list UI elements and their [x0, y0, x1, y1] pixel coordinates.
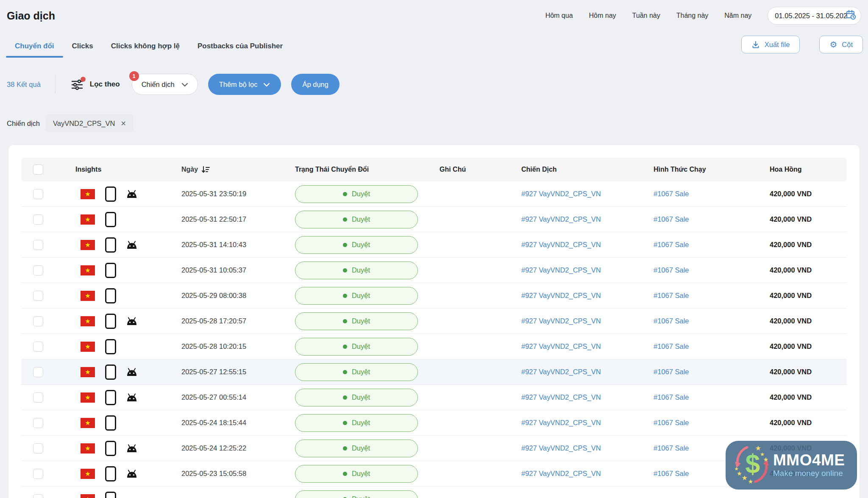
campaign-link[interactable]: #927 VayVND2_CPS_VN — [521, 444, 601, 452]
status-badge: Duyệt — [295, 363, 418, 381]
export-file-label: Xuất file — [765, 41, 790, 49]
run-type-link[interactable]: #1067 Sale — [654, 368, 689, 376]
table-row: ★ 2025-05-27 00:55:14 Duyệt #927 VayVND2… — [21, 385, 847, 410]
table-row: ★ 2025-05-29 08:00:38 Duyệt #927 VayVND2… — [21, 283, 847, 309]
run-type-link[interactable]: #1067 Sale — [654, 444, 689, 452]
chevron-down-icon — [263, 81, 270, 89]
row-date: 2025-05-24 18:15:44 — [170, 419, 292, 427]
campaign-link[interactable]: #927 VayVND2_CPS_VN — [521, 190, 601, 198]
row-checkbox[interactable] — [33, 494, 43, 498]
divider — [55, 75, 56, 93]
select-all-checkbox[interactable] — [33, 164, 43, 175]
chip-remove-icon[interactable]: ✕ — [120, 120, 126, 128]
add-filter-button[interactable]: Thêm bộ lọc — [208, 74, 281, 95]
status-dot-icon — [343, 243, 347, 247]
android-icon — [125, 469, 138, 479]
run-type-link[interactable]: #1067 Sale — [654, 317, 689, 325]
campaign-link[interactable]: #927 VayVND2_CPS_VN — [521, 470, 601, 477]
svg-text:★: ★ — [734, 466, 738, 471]
campaign-link[interactable]: #927 VayVND2_CPS_VN — [521, 241, 601, 248]
page-title: Giao dịch — [7, 10, 55, 22]
filter-active-dot — [81, 77, 86, 82]
export-file-button[interactable]: Xuất file — [741, 36, 800, 53]
mobile-device-icon — [105, 466, 116, 481]
campaign-link[interactable]: #927 VayVND2_CPS_VN — [521, 393, 601, 401]
tab-invalid-clicks[interactable]: Clicks không hợp lệ — [102, 39, 189, 58]
campaign-link[interactable]: #927 VayVND2_CPS_VN — [521, 266, 601, 274]
run-type-link[interactable]: #1067 Sale — [654, 215, 689, 223]
android-icon — [125, 367, 138, 377]
row-checkbox[interactable] — [33, 342, 43, 352]
run-type-link[interactable]: #1067 Sale — [654, 342, 689, 350]
quick-filter-this-month[interactable]: Tháng này — [676, 12, 709, 19]
run-type-link[interactable]: #1067 Sale — [654, 241, 689, 248]
campaign-link[interactable]: #927 VayVND2_CPS_VN — [521, 317, 601, 325]
filter-bar: 38 Kết quả Lọc theo 1 Chiến dịch Thêm bộ… — [0, 74, 868, 95]
status-badge: Duyệt — [295, 211, 418, 228]
row-checkbox[interactable] — [33, 367, 43, 377]
dollar-stars-logo-icon: $ ★ ★ ★ ★ ★ ★ ★ — [732, 442, 772, 488]
mobile-device-icon — [105, 314, 116, 329]
vietnam-flag-icon: ★ — [81, 316, 95, 326]
columns-label: Cột — [842, 41, 853, 49]
apply-button[interactable]: Áp dụng — [291, 74, 339, 95]
header-insights: Insights — [51, 166, 170, 173]
mobile-device-icon — [105, 390, 116, 405]
row-checkbox[interactable] — [33, 469, 43, 479]
table-actions: Xuất file ⚙ Cột — [741, 36, 863, 58]
row-checkbox[interactable] — [33, 240, 43, 250]
sort-descending-icon[interactable] — [201, 166, 210, 173]
status-badge: Duyệt — [295, 287, 418, 305]
mobile-device-icon — [105, 441, 116, 456]
commission-value: 420,000 VND — [742, 241, 847, 249]
quick-filter-this-week[interactable]: Tuần này — [632, 12, 660, 19]
run-type-link[interactable]: #1067 Sale — [654, 266, 689, 274]
row-checkbox[interactable] — [33, 214, 43, 225]
row-date: 2025-05-31 22:50:17 — [170, 215, 292, 223]
campaign-link[interactable]: #927 VayVND2_CPS_VN — [521, 368, 601, 376]
row-checkbox[interactable] — [33, 265, 43, 275]
status-badge: Duyệt — [295, 312, 418, 330]
tab-conversions[interactable]: Chuyển đổi — [6, 39, 63, 58]
vietnam-flag-icon: ★ — [81, 189, 95, 199]
commission-value: 420,000 VND — [742, 393, 847, 401]
row-checkbox[interactable] — [33, 392, 43, 403]
row-date: 2025-05-27 12:55:15 — [170, 368, 292, 376]
row-checkbox[interactable] — [33, 316, 43, 326]
columns-settings-button[interactable]: ⚙ Cột — [819, 36, 863, 53]
tab-clicks[interactable]: Clicks — [63, 39, 102, 58]
campaign-link[interactable]: #927 VayVND2_CPS_VN — [521, 215, 601, 223]
status-badge: Duyệt — [295, 236, 418, 254]
status-badge-label: Duyệt — [352, 444, 370, 452]
row-date: 2025-05-29 08:00:38 — [170, 292, 292, 300]
campaign-link[interactable]: #927 VayVND2_CPS_VN — [521, 342, 601, 350]
quick-filter-yesterday[interactable]: Hôm qua — [545, 12, 573, 19]
run-type-link[interactable]: #1067 Sale — [654, 470, 689, 477]
run-type-link[interactable]: #1067 Sale — [654, 419, 689, 426]
android-icon — [125, 443, 138, 453]
vietnam-flag-icon: ★ — [81, 494, 95, 498]
mobile-device-icon — [105, 364, 116, 380]
run-type-link[interactable]: #1067 Sale — [654, 393, 689, 401]
top-bar: Giao dịch Hôm qua Hôm nay Tuần này Tháng… — [0, 0, 868, 25]
tab-publisher-postbacks[interactable]: Postbacks của Publisher — [189, 39, 292, 58]
campaign-link[interactable]: #927 VayVND2_CPS_VN — [521, 419, 601, 426]
commission-value: 420,000 VND — [742, 342, 847, 351]
run-type-link[interactable]: #1067 Sale — [654, 190, 689, 198]
status-badge: Duyệt — [295, 338, 418, 356]
run-type-link[interactable]: #1067 Sale — [654, 292, 689, 299]
header-date[interactable]: Ngày — [170, 166, 292, 173]
row-checkbox[interactable] — [33, 291, 43, 301]
header-date-label: Ngày — [181, 166, 198, 173]
row-checkbox[interactable] — [33, 189, 43, 199]
row-checkbox[interactable] — [33, 443, 43, 453]
table-row: ★ 2025-05-24 18:15:44 Duyệt #927 VayVND2… — [21, 410, 847, 436]
row-checkbox[interactable] — [33, 418, 43, 428]
date-range-picker[interactable]: 01.05.2025 - 31.05.202 — [768, 7, 861, 25]
filter-sliders-icon — [71, 78, 84, 91]
quick-filter-today[interactable]: Hôm nay — [589, 12, 616, 19]
campaign-filter-select[interactable]: 1 Chiến dịch — [132, 74, 198, 95]
gear-icon: ⚙ — [829, 40, 837, 49]
campaign-link[interactable]: #927 VayVND2_CPS_VN — [521, 292, 601, 299]
quick-filter-this-year[interactable]: Năm nay — [724, 12, 751, 19]
